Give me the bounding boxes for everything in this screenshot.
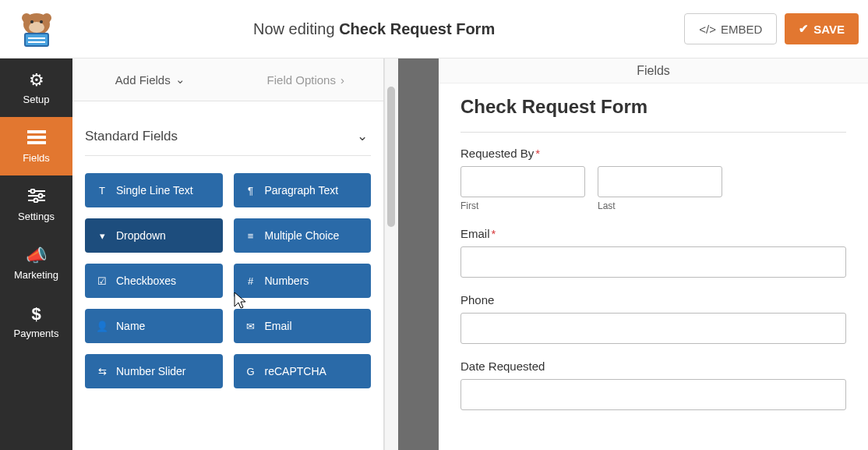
scrollbar-thumb[interactable] <box>387 87 395 227</box>
sidebar-item-label: Fields <box>23 152 50 164</box>
field-label: Paragraph Text <box>265 184 339 197</box>
field-label: Numbers <box>265 275 309 287</box>
first-name-input[interactable] <box>460 166 585 197</box>
field-name[interactable]: 👤 Name <box>85 309 223 343</box>
first-name-col: First <box>460 166 585 211</box>
field-label: Date Requested <box>460 360 846 373</box>
sidebar-item-label: Payments <box>14 328 59 339</box>
field-multiple-choice[interactable]: ≡ Multiple Choice <box>234 218 372 253</box>
field-label: Single Line Text <box>116 184 193 197</box>
embed-button-label: EMBED <box>721 23 762 36</box>
field-label: Email <box>265 320 292 332</box>
form-field-requested-by[interactable]: Requested By* First Last <box>460 147 846 211</box>
chevron-down-icon: ⌄ <box>357 128 368 144</box>
field-label: Phone <box>460 293 846 306</box>
date-requested-input[interactable] <box>460 379 846 410</box>
editing-title: Now editing Check Request Form <box>64 20 684 38</box>
svg-point-5 <box>40 20 43 23</box>
field-recaptcha[interactable]: G reCAPTCHA <box>234 354 372 388</box>
top-bar: Now editing Check Request Form </> EMBED… <box>0 0 868 58</box>
field-number-slider[interactable]: ⇆ Number Slider <box>85 354 223 388</box>
phone-input[interactable] <box>460 313 846 344</box>
form-field-phone[interactable]: Phone <box>460 293 846 344</box>
name-split: First Last <box>460 166 846 211</box>
label-text: Email <box>460 227 490 240</box>
list-icon: ≡ <box>245 230 257 242</box>
tab-label: Field Options <box>267 73 336 87</box>
tab-add-fields[interactable]: Add Fields ⌄ <box>72 58 228 101</box>
svg-point-17 <box>34 199 37 203</box>
standard-fields-group[interactable]: Standard Fields ⌄ <box>85 117 371 156</box>
sidebar-item-settings[interactable]: Settings <box>0 175 72 234</box>
chevron-right-icon: › <box>340 73 344 87</box>
svg-point-15 <box>38 194 42 198</box>
field-label: Name <box>116 320 145 332</box>
last-name-input[interactable] <box>598 166 722 197</box>
sidebar-item-label: Settings <box>18 211 55 222</box>
save-button[interactable]: ✔ SAVE <box>785 13 859 44</box>
field-dropdown[interactable]: ▾ Dropdown <box>85 218 223 253</box>
text-icon: T <box>96 185 108 197</box>
paragraph-icon: ¶ <box>245 185 257 197</box>
sidebar-item-marketing[interactable]: 📣 Marketing <box>0 234 72 292</box>
hash-icon: # <box>245 275 257 287</box>
field-checkboxes[interactable]: ☑ Checkboxes <box>85 264 223 298</box>
form-field-email[interactable]: Email* <box>460 227 846 278</box>
sidebar-item-setup[interactable]: ⚙ Setup <box>0 58 72 117</box>
svg-rect-10 <box>27 136 46 139</box>
field-paragraph-text[interactable]: ¶ Paragraph Text <box>234 173 372 207</box>
label-text: Requested By <box>460 147 534 160</box>
fields-panel: Add Fields ⌄ Field Options › Standard Fi… <box>72 58 384 450</box>
fields-panel-wrap: Add Fields ⌄ Field Options › Standard Fi… <box>72 58 398 450</box>
chevron-down-icon: ⌄ <box>175 73 185 87</box>
field-single-line-text[interactable]: T Single Line Text <box>85 173 223 207</box>
embed-button[interactable]: </> EMBED <box>684 13 777 44</box>
sub-label-last: Last <box>598 200 722 211</box>
preview-section-title: Fields <box>439 58 868 83</box>
svg-rect-6 <box>25 34 48 46</box>
field-label: Email* <box>460 227 846 240</box>
gear-icon: ⚙ <box>29 70 44 90</box>
list-icon <box>27 129 46 149</box>
fields-grid: T Single Line Text ¶ Paragraph Text ▾ Dr… <box>85 173 371 388</box>
email-input[interactable] <box>460 246 846 278</box>
recaptcha-icon: G <box>245 366 257 377</box>
preview-body: Check Request Form Requested By* First L… <box>439 83 868 438</box>
sidebar-item-fields[interactable]: Fields <box>0 117 72 175</box>
bullhorn-icon: 📣 <box>26 246 47 266</box>
envelope-icon: ✉ <box>245 321 257 332</box>
field-label: reCAPTCHA <box>265 365 326 377</box>
field-label: Checkboxes <box>116 275 176 287</box>
svg-point-13 <box>30 190 34 193</box>
panel-tabs: Add Fields ⌄ Field Options › <box>72 58 383 101</box>
code-icon: </> <box>699 23 716 36</box>
form-field-date-requested[interactable]: Date Requested <box>460 360 846 410</box>
check-icon: ✔ <box>799 22 809 36</box>
form-preview: Fields Check Request Form Requested By* … <box>439 58 868 450</box>
field-numbers[interactable]: # Numbers <box>234 264 372 298</box>
tab-label: Add Fields <box>115 73 171 87</box>
preview-gutter <box>398 58 439 450</box>
main-area: ⚙ Setup Fields Settings 📣 Marketing $ Pa… <box>0 58 868 450</box>
field-label: Dropdown <box>116 229 166 242</box>
left-sidebar: ⚙ Setup Fields Settings 📣 Marketing $ Pa… <box>0 58 72 450</box>
form-name-text: Check Request Form <box>339 20 495 37</box>
last-name-col: Last <box>598 166 722 211</box>
bear-logo-icon <box>16 10 58 48</box>
required-asterisk: * <box>492 227 496 240</box>
save-button-label: SAVE <box>813 23 845 36</box>
header-actions: </> EMBED ✔ SAVE <box>684 13 859 44</box>
svg-rect-9 <box>27 130 46 133</box>
svg-rect-11 <box>27 141 46 144</box>
svg-point-3 <box>29 22 44 33</box>
field-email[interactable]: ✉ Email <box>234 309 372 343</box>
required-asterisk: * <box>535 147 540 160</box>
dollar-icon: $ <box>31 304 41 324</box>
tab-field-options[interactable]: Field Options › <box>228 58 384 101</box>
panel-scrollbar[interactable] <box>384 58 398 450</box>
sidebar-item-label: Setup <box>23 94 50 105</box>
checkbox-icon: ☑ <box>96 275 108 287</box>
sidebar-item-label: Marketing <box>14 269 58 281</box>
svg-point-4 <box>30 20 34 23</box>
sidebar-item-payments[interactable]: $ Payments <box>0 292 72 351</box>
